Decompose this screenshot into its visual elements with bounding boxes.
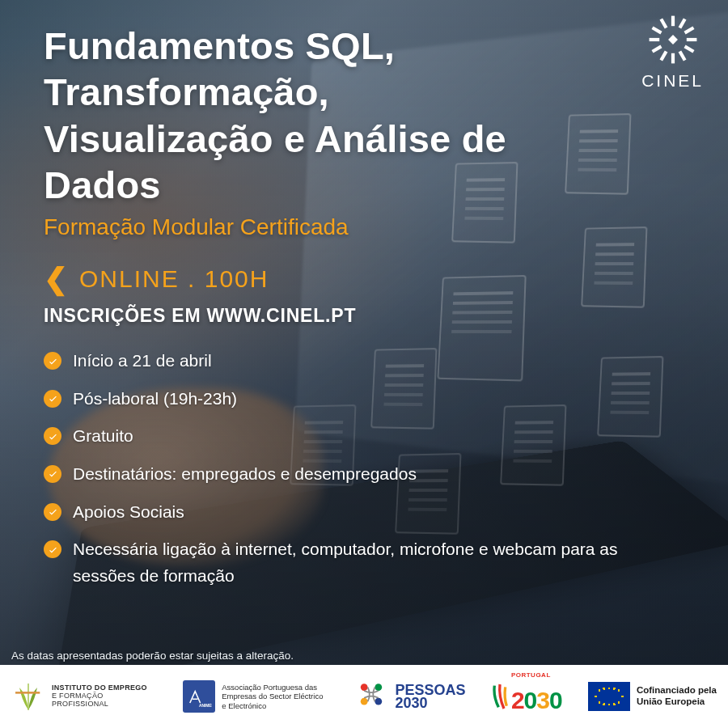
eu-cofinance-label: Cofinanciado pela União Europeia bbox=[637, 685, 717, 708]
svg-rect-13 bbox=[15, 692, 40, 694]
check-icon bbox=[44, 465, 61, 483]
check-icon bbox=[44, 352, 61, 370]
list-item: Apoios Sociais bbox=[44, 499, 626, 526]
pessoas2030-logo: PESSOAS 2030 bbox=[353, 679, 466, 714]
list-item-text: Apoios Sociais bbox=[73, 499, 184, 526]
list-item-text: Início a 21 de abril bbox=[73, 348, 212, 375]
portugal2030-logo-icon bbox=[492, 683, 508, 710]
eu-cofinance-logo: Cofinanciado pela União Europeia bbox=[588, 682, 717, 711]
check-icon bbox=[44, 540, 61, 558]
poster-content: Fundamentos SQL, Transformação, Visualiz… bbox=[0, 0, 728, 728]
iefp-label: INSTITUTO DO EMPREGO E FORMAÇÃO PROFISSI… bbox=[52, 684, 157, 709]
animee-logo-icon: ANIMEE bbox=[183, 680, 215, 713]
pessoas2030-label: PESSOAS 2030 bbox=[396, 684, 466, 709]
svg-point-17 bbox=[375, 684, 382, 691]
list-item: Pós-laboral (19h-23h) bbox=[44, 386, 626, 413]
svg-point-18 bbox=[360, 698, 367, 705]
svg-point-16 bbox=[360, 684, 367, 691]
list-item: Necessária ligação à internet, computado… bbox=[44, 536, 626, 589]
svg-point-19 bbox=[375, 698, 382, 705]
animee-logo: ANIMEE Associação Portuguesa das Empresa… bbox=[183, 680, 327, 713]
list-item: Gratuito bbox=[44, 423, 626, 450]
delivery-mode: ONLINE . 100H bbox=[79, 265, 269, 293]
iefp-logo-icon bbox=[11, 679, 45, 713]
iefp-logo: INSTITUTO DO EMPREGO E FORMAÇÃO PROFISSI… bbox=[11, 679, 157, 713]
list-item-text: Gratuito bbox=[73, 423, 133, 450]
list-item-text: Necessária ligação à internet, computado… bbox=[73, 536, 626, 589]
course-poster: CINEL Fundamentos SQL, Transformação, Vi… bbox=[0, 0, 728, 728]
list-item: Início a 21 de abril bbox=[44, 348, 626, 375]
disclaimer-text: As datas apresentadas poderão estar suje… bbox=[11, 650, 294, 662]
portugal2030-label: PORTUGAL 2030 bbox=[511, 678, 562, 715]
check-icon bbox=[44, 503, 61, 521]
animee-label: Associação Portuguesa das Empresas do Se… bbox=[222, 683, 327, 710]
pessoas2030-logo-icon bbox=[353, 679, 389, 714]
course-subtitle: Formação Modular Certificada bbox=[44, 214, 684, 240]
eu-flag-icon bbox=[588, 682, 630, 711]
list-item-text: Destinatários: empregados e desempregado… bbox=[73, 461, 417, 488]
details-list: Início a 21 de abril Pós-laboral (19h-23… bbox=[44, 348, 626, 589]
list-item: Destinatários: empregados e desempregado… bbox=[44, 461, 626, 488]
chevron-left-icon: ❮ bbox=[44, 265, 68, 294]
enrollment-link-text[interactable]: INSCRIÇÕES EM WWW.CINEL.PT bbox=[44, 305, 684, 327]
check-icon bbox=[44, 390, 61, 408]
svg-text:ANIMEE: ANIMEE bbox=[199, 704, 212, 708]
delivery-mode-row: ❮ ONLINE . 100H bbox=[44, 265, 684, 294]
course-title: Fundamentos SQL, Transformação, Visualiz… bbox=[44, 23, 561, 208]
portugal2030-logo: PORTUGAL 2030 bbox=[492, 678, 562, 715]
sponsor-footer: INSTITUTO DO EMPREGO E FORMAÇÃO PROFISSI… bbox=[0, 665, 728, 728]
check-icon bbox=[44, 427, 61, 445]
list-item-text: Pós-laboral (19h-23h) bbox=[73, 386, 237, 413]
